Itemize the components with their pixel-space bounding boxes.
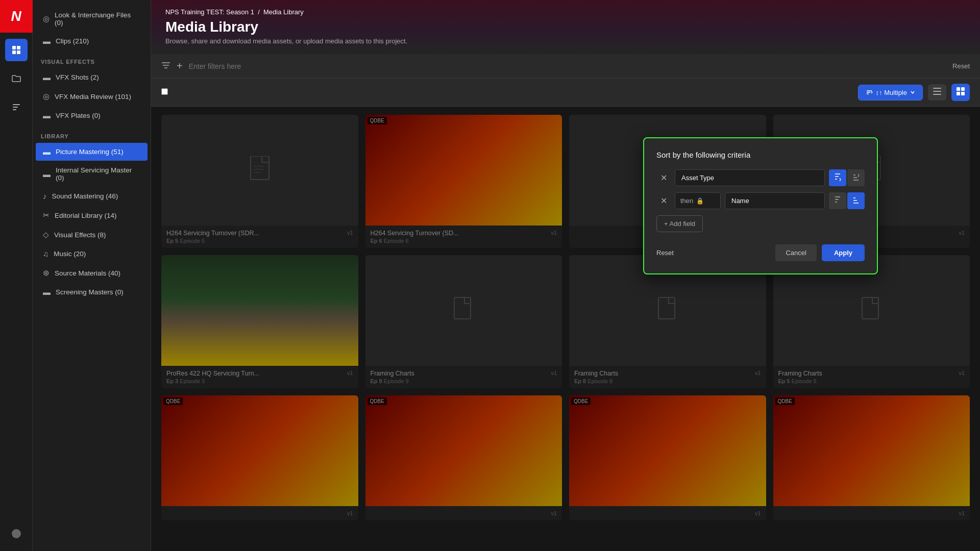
svg-rect-2 bbox=[12, 51, 16, 54]
select-all-checkbox-area bbox=[161, 88, 178, 97]
nav-item-clips[interactable]: ▬ Clips (210) bbox=[36, 32, 148, 50]
breadcrumb-project: NPS Training TEST: Season 1 bbox=[165, 8, 254, 16]
sort-row-2: ✕ then 🔒 Name Asset Type Date Size Episo… bbox=[656, 192, 865, 209]
nav-item-sound-mastering[interactable]: ♪ Sound Mastering (46) bbox=[36, 187, 148, 205]
nav-item-vfx-plates[interactable]: ▬ VFX Plates (0) bbox=[36, 107, 148, 124]
picture-mastering-icon: ▬ bbox=[43, 147, 51, 156]
nav-item-internal-servicing-label: Internal Servicing Master (0) bbox=[56, 166, 140, 182]
vfx-media-review-icon: ◎ bbox=[43, 92, 50, 101]
svg-rect-4 bbox=[13, 104, 20, 105]
sort-reset-button[interactable]: Reset bbox=[656, 249, 674, 257]
page-subtitle: Browse, share and download media assets,… bbox=[165, 37, 966, 45]
sort-field1-dir-asc-button[interactable] bbox=[829, 169, 846, 186]
header: NPS Training TEST: Season 1 / Media Libr… bbox=[151, 0, 980, 54]
nav-item-vfx-media-review-label: VFX Media Review (101) bbox=[55, 93, 131, 101]
nav-item-source-materials[interactable]: ⊛ Source Materials (40) bbox=[36, 264, 148, 282]
netflix-logo: N bbox=[0, 0, 33, 33]
add-filter-button[interactable]: + bbox=[176, 60, 184, 72]
clips-icon: ▬ bbox=[43, 37, 51, 45]
nav-item-vfx-media-review[interactable]: ◎ VFX Media Review (101) bbox=[36, 87, 148, 106]
nav-item-vfx-shots-label: VFX Shots (2) bbox=[56, 73, 99, 81]
nav-item-vfx-shots[interactable]: ▬ VFX Shots (2) bbox=[36, 68, 148, 86]
nav-panel: ◎ Look & Interchange Files (0) ▬ Clips (… bbox=[33, 0, 151, 551]
breadcrumb: NPS Training TEST: Season 1 / Media Libr… bbox=[165, 8, 966, 16]
sort-multiple-button[interactable]: ↕↑ Multiple bbox=[858, 85, 923, 101]
sort-field2-dir-group bbox=[829, 192, 865, 209]
filter-input[interactable] bbox=[189, 62, 947, 70]
sort-apply-button[interactable]: Apply bbox=[822, 244, 865, 261]
view-grid-button[interactable] bbox=[951, 84, 970, 101]
nav-item-clips-label: Clips (210) bbox=[56, 37, 89, 45]
sort-row2-close-button[interactable]: ✕ bbox=[656, 196, 671, 206]
page-title: Media Library bbox=[165, 19, 966, 35]
nav-item-look-interchange-label: Look & Interchange Files (0) bbox=[55, 11, 140, 27]
sort-cancel-button[interactable]: Cancel bbox=[775, 244, 816, 261]
nav-item-look-interchange[interactable]: ◎ Look & Interchange Files (0) bbox=[36, 7, 148, 31]
nav-item-picture-mastering-label: Picture Mastering (51) bbox=[56, 148, 124, 156]
lock-icon: 🔒 bbox=[696, 197, 704, 205]
library-section-label: LIBRARY bbox=[33, 125, 151, 142]
modal-actions: Cancel Apply bbox=[775, 244, 865, 261]
filter-icon bbox=[161, 62, 170, 71]
sort-row1-close-button[interactable]: ✕ bbox=[656, 173, 671, 183]
sort-field2-select[interactable]: Name Asset Type Date Size Episode bbox=[725, 192, 825, 209]
add-sort-field-button[interactable]: + Add field bbox=[656, 215, 703, 232]
visual-effects-section-label: VISUAL EFFECTS bbox=[33, 51, 151, 68]
internal-servicing-icon: ▬ bbox=[43, 170, 51, 179]
nav-item-screening-masters[interactable]: ▬ Screening Masters (0) bbox=[36, 283, 148, 301]
nav-item-internal-servicing[interactable]: ▬ Internal Servicing Master (0) bbox=[36, 162, 148, 186]
svg-rect-17 bbox=[961, 87, 965, 91]
nav-item-music[interactable]: ♫ Music (20) bbox=[36, 245, 148, 263]
sort-field2-dir-desc-button[interactable] bbox=[847, 192, 865, 209]
sort-label: ↕↑ Multiple bbox=[876, 89, 907, 96]
svg-rect-5 bbox=[13, 107, 18, 108]
sort-field1-dir-group bbox=[829, 169, 865, 186]
modal-footer: Reset Cancel Apply bbox=[656, 244, 865, 261]
editorial-library-icon: ✂ bbox=[43, 211, 50, 220]
breadcrumb-current: Media Library bbox=[263, 8, 304, 16]
sort-row-1: ✕ Asset Type Name Date Size Episode bbox=[656, 169, 865, 186]
vfx-plates-icon: ▬ bbox=[43, 111, 51, 120]
sidebar-icon-history[interactable] bbox=[5, 96, 28, 118]
sort-field2-dir-asc-button[interactable] bbox=[829, 192, 846, 209]
nav-item-screening-masters-label: Screening Masters (0) bbox=[56, 288, 124, 296]
select-all-checkbox[interactable] bbox=[161, 88, 168, 95]
look-interchange-icon: ◎ bbox=[43, 14, 50, 23]
svg-rect-6 bbox=[13, 109, 16, 110]
vfx-shots-icon: ▬ bbox=[43, 73, 51, 82]
breadcrumb-separator: / bbox=[258, 8, 260, 16]
nav-item-picture-mastering[interactable]: ▬ Picture Mastering (51) bbox=[36, 143, 148, 161]
main-content: NPS Training TEST: Season 1 / Media Libr… bbox=[151, 0, 980, 551]
sort-field1-dir-desc-button[interactable] bbox=[847, 169, 865, 186]
nav-item-editorial-library-label: Editorial Library (14) bbox=[55, 212, 117, 219]
nav-item-music-label: Music (20) bbox=[54, 250, 86, 258]
nav-item-editorial-library[interactable]: ✂ Editorial Library (14) bbox=[36, 206, 148, 224]
svg-rect-3 bbox=[17, 51, 20, 54]
then-text: then bbox=[680, 197, 693, 205]
nav-item-visual-effects-lib-label: Visual Effects (8) bbox=[54, 231, 106, 239]
svg-rect-0 bbox=[12, 46, 16, 49]
sidebar-icon-circle[interactable] bbox=[5, 522, 28, 545]
svg-rect-16 bbox=[957, 87, 960, 91]
filters-bar: + Reset bbox=[151, 54, 980, 79]
nav-item-sound-mastering-label: Sound Mastering (46) bbox=[52, 192, 118, 200]
svg-rect-18 bbox=[957, 92, 960, 95]
filters-reset-button[interactable]: Reset bbox=[952, 62, 970, 70]
view-list-button[interactable] bbox=[928, 84, 946, 101]
source-materials-icon: ⊛ bbox=[43, 268, 50, 278]
nav-item-visual-effects-lib[interactable]: ◇ Visual Effects (8) bbox=[36, 226, 148, 244]
sort-field1-select[interactable]: Asset Type Name Date Size Episode bbox=[675, 169, 825, 186]
sidebar-icon-rail: N bbox=[0, 0, 33, 551]
music-icon: ♫ bbox=[43, 249, 48, 258]
nav-item-source-materials-label: Source Materials (40) bbox=[55, 269, 120, 277]
sound-mastering-icon: ♪ bbox=[43, 192, 47, 201]
sidebar-icon-media-library[interactable] bbox=[5, 39, 28, 61]
sidebar-icon-folder[interactable] bbox=[5, 67, 28, 90]
svg-rect-15 bbox=[933, 94, 941, 95]
nav-item-vfx-plates-label: VFX Plates (0) bbox=[56, 112, 101, 119]
then-label: then 🔒 bbox=[675, 192, 721, 209]
svg-rect-14 bbox=[933, 91, 941, 92]
grid-area: H264 Servicing Turnover (SDR... v1 Ep 5 … bbox=[151, 107, 980, 551]
sort-modal: Sort by the following criteria ✕ Asset T… bbox=[643, 137, 878, 274]
modal-title: Sort by the following criteria bbox=[656, 151, 865, 159]
